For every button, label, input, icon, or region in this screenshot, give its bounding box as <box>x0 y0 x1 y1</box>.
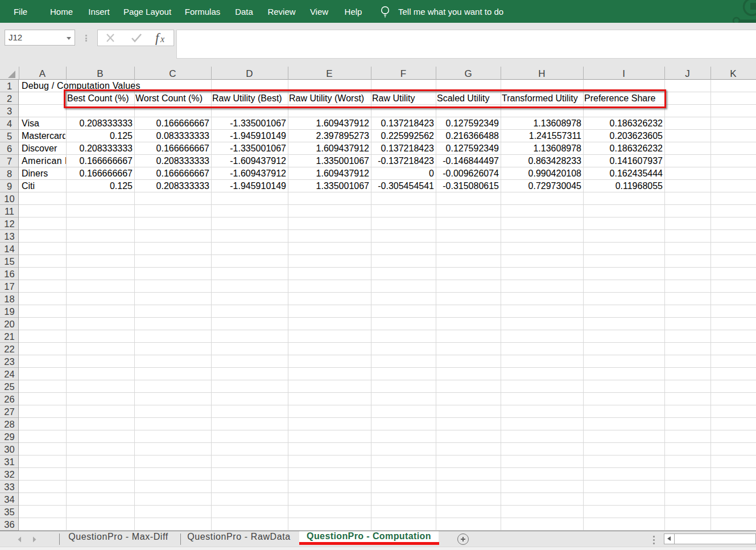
svg-text:x: x <box>160 34 164 44</box>
